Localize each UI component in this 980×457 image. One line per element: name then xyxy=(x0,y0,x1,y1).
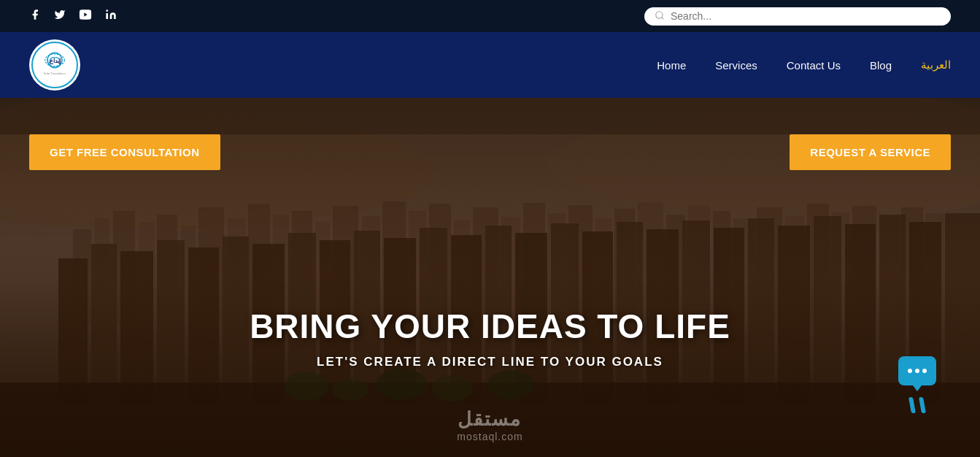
chat-dot-3 xyxy=(922,369,927,373)
logo-circle: إبداع Ibda Translation xyxy=(29,39,80,91)
hero-text: BRING YOUR IDEAS TO LIFE LET'S CREATE A … xyxy=(0,307,980,369)
svg-point-0 xyxy=(106,9,108,12)
svg-point-1 xyxy=(656,11,663,18)
chat-widget[interactable] xyxy=(898,356,936,413)
watermark-arabic-text: مستقل xyxy=(457,408,522,431)
nav-links: Home Services Contact Us Blog العربية xyxy=(657,58,951,72)
hero-buttons: GET FREE CONSULTATION REQUEST A SERVICE xyxy=(0,134,980,170)
nav-services[interactable]: Services xyxy=(715,59,757,72)
service-button[interactable]: REQUEST A SERVICE xyxy=(790,134,951,170)
nav-contact[interactable]: Contact Us xyxy=(787,59,841,72)
svg-line-2 xyxy=(662,17,664,19)
logo-orbit xyxy=(31,42,78,88)
chat-leg-left xyxy=(908,397,916,413)
chat-dots xyxy=(908,369,927,373)
nav-blog[interactable]: Blog xyxy=(870,59,892,72)
nav-arabic[interactable]: العربية xyxy=(921,58,951,72)
search-bar[interactable] xyxy=(644,7,951,26)
twitter-icon[interactable] xyxy=(54,9,66,23)
social-icons xyxy=(29,9,117,23)
navbar: إبداع Ibda Translation Home Services Con… xyxy=(0,32,980,98)
hero-title: BRING YOUR IDEAS TO LIFE xyxy=(0,307,980,346)
facebook-icon[interactable] xyxy=(29,9,41,23)
nav-home[interactable]: Home xyxy=(657,59,686,72)
linkedin-icon[interactable] xyxy=(105,9,117,23)
hero-subtitle: LET'S CREATE A DIRECT LINE TO YOUR GOALS xyxy=(0,355,980,369)
watermark-latin-text: mostaql.com xyxy=(457,431,522,442)
chat-leg-right xyxy=(919,397,926,413)
consultation-button[interactable]: GET FREE CONSULTATION xyxy=(29,134,220,170)
watermark: مستقل mostaql.com xyxy=(457,408,522,442)
chat-dot-1 xyxy=(908,369,912,373)
chat-legs xyxy=(910,397,925,413)
chat-dot-2 xyxy=(915,369,919,373)
hero-section: GET FREE CONSULTATION REQUEST A SERVICE … xyxy=(0,98,980,457)
search-input[interactable] xyxy=(671,10,941,22)
chat-bubble[interactable] xyxy=(898,356,936,385)
youtube-icon[interactable] xyxy=(79,9,92,23)
logo-area: إبداع Ibda Translation xyxy=(29,39,80,91)
search-icon xyxy=(655,10,665,23)
top-bar xyxy=(0,0,980,32)
